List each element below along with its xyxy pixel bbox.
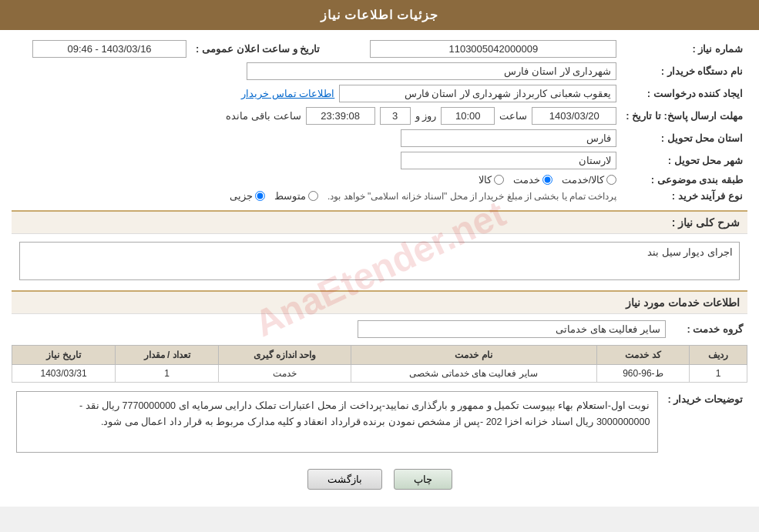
category-radio-kala-khedmat[interactable] — [606, 175, 616, 185]
services-section-title: اطلاعات خدمات مورد نیاز — [12, 290, 747, 314]
purchase-type-radio-partial[interactable] — [255, 191, 265, 201]
table-row: طبقه بندی موضوعی : کالا/خدمت خدمت — [12, 172, 747, 188]
category-label-khedmat: خدمت — [513, 174, 540, 186]
need-desc-value: اجرای دیوار سیل بند — [19, 242, 740, 280]
notes-text: نوبت اول-استعلام بهاء بپیوست تکمیل و ممه… — [16, 391, 658, 453]
info-table: شماره نیاز : 1103005042000009 تاریخ و سا… — [12, 38, 747, 204]
content-area: AnaEtender.net شماره نیاز : 110300504200… — [0, 30, 759, 507]
table-row: مهلت ارسال پاسخ: تا تاریخ : 1403/03/20 س… — [12, 105, 747, 127]
province-label: استان محل تحویل : — [621, 127, 747, 149]
need-desc-label: شرح کلی نیاز : — [672, 216, 740, 229]
need-number-value: 1103005042000009 — [370, 40, 616, 58]
page-header: جزئیات اطلاعات نیاز — [0, 0, 759, 30]
purchase-type-group: پرداخت تمام یا بخشی از مبلغ خریدار از مح… — [16, 190, 616, 202]
back-button[interactable]: بازگشت — [307, 469, 382, 490]
service-group-row: گروه خدمت : سایر فعالیت های خدماتی — [12, 318, 747, 340]
category-label-kala: کالا — [479, 174, 492, 186]
deadline-remaining: 23:39:08 — [306, 107, 375, 125]
table-row: استان محل تحویل : فارس — [12, 127, 747, 149]
purchase-type-label: نوع فرآیند خرید : — [621, 188, 747, 204]
deadline-label: مهلت ارسال پاسخ: تا تاریخ : — [621, 105, 747, 127]
service-group-value: سایر فعالیت های خدماتی — [358, 320, 666, 338]
service-group-label: گروه خدمت : — [670, 318, 747, 340]
category-label-kala-khedmat: کالا/خدمت — [562, 174, 605, 186]
deadline-remaining-label: ساعت باقی مانده — [226, 110, 301, 122]
col-service-code: کد خدمت — [596, 346, 690, 365]
deadline-days: 3 — [380, 107, 411, 125]
deadline-date: 1403/03/20 — [532, 107, 616, 125]
services-table: ردیف کد خدمت نام خدمت واحد اندازه گیری ت… — [12, 345, 747, 383]
category-radio-khedmat[interactable] — [542, 175, 552, 185]
city-value: لارستان — [401, 152, 616, 169]
services-title: اطلاعات خدمات مورد نیاز — [626, 296, 740, 309]
requester-label: ایجاد کننده درخواست : — [621, 82, 747, 105]
purchase-type-label-medium: متوسط — [274, 190, 306, 202]
contact-info-link[interactable]: اطلاعات تماس خریدار — [241, 88, 334, 99]
deadline-days-label: روز و — [415, 110, 437, 122]
table-row: 1 ط-96-960 سایر فعالیت های خدماتی شخصی خ… — [12, 365, 747, 383]
col-quantity: تعداد / مقدار — [116, 346, 219, 365]
need-desc-section-title: شرح کلی نیاز : — [12, 210, 747, 234]
notes-row: توضیحات خریدار : نوبت اول-استعلام بهاء ب… — [12, 389, 747, 455]
table-row: نام دستگاه خریدار : شهرداری لار استان فا… — [12, 60, 747, 82]
purchase-type-label-partial: جزیی — [230, 190, 253, 202]
table-row: نوع فرآیند خرید : پرداخت تمام یا بخشی از… — [12, 188, 747, 204]
col-service-name: نام خدمت — [351, 346, 596, 365]
page-title: جزئیات اطلاعات نیاز — [321, 8, 439, 22]
services-table-header: ردیف کد خدمت نام خدمت واحد اندازه گیری ت… — [12, 346, 747, 365]
table-row: شماره نیاز : 1103005042000009 تاریخ و سا… — [12, 38, 747, 60]
need-number-label: شماره نیاز : — [621, 38, 747, 60]
announce-value: 1403/03/16 - 09:46 — [32, 40, 186, 58]
announce-label: تاریخ و ساعت اعلان عمومی : — [191, 38, 324, 60]
deadline-time-label: ساعت — [499, 110, 527, 122]
print-button[interactable]: چاپ — [394, 469, 452, 490]
col-unit: واحد اندازه گیری — [219, 346, 351, 365]
category-label: طبقه بندی موضوعی : — [621, 172, 747, 188]
city-label: شهر محل تحویل : — [621, 149, 747, 172]
buyer-org-label: نام دستگاه خریدار : — [621, 60, 747, 82]
main-container: جزئیات اطلاعات نیاز AnaEtender.net شماره… — [0, 0, 759, 507]
table-row: شهر محل تحویل : لارستان — [12, 149, 747, 172]
purchase-type-note: پرداخت تمام یا بخشی از مبلغ خریدار از مح… — [327, 191, 616, 202]
deadline-time: 10:00 — [441, 107, 495, 125]
col-row-num: ردیف — [690, 346, 747, 365]
button-area: چاپ بازگشت — [12, 460, 747, 499]
buyer-org-value: شهرداری لار استان فارس — [247, 62, 616, 80]
table-row: ایجاد کننده درخواست : یعقوب شعبانی کاربر… — [12, 82, 747, 105]
category-radio-kala[interactable] — [494, 175, 504, 185]
col-date: تاریخ نیاز — [12, 346, 116, 365]
requester-value: یعقوب شعبانی کاربرداز شهرداری لار استان … — [339, 85, 616, 102]
notes-label: توضیحات خریدار : — [663, 389, 747, 455]
province-value: فارس — [401, 129, 616, 147]
category-radio-group: کالا/خدمت خدمت کالا — [16, 174, 616, 186]
purchase-type-radio-medium[interactable] — [308, 191, 318, 201]
